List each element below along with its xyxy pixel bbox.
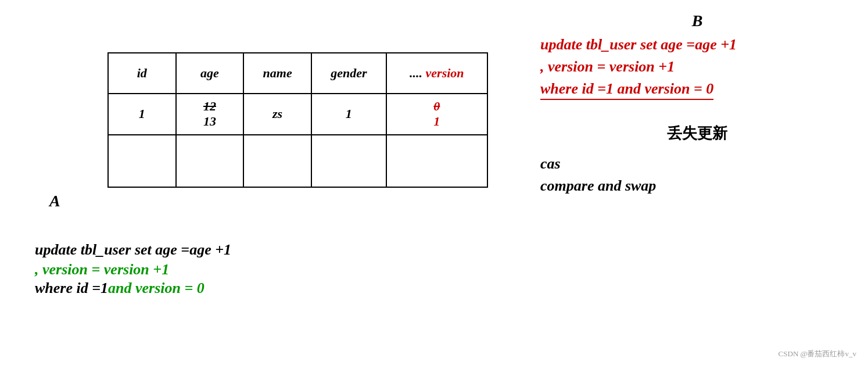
a-line3: where id =1and version = 0 xyxy=(35,280,511,297)
cell-empty-4 xyxy=(311,135,386,187)
cell-name: zs xyxy=(243,94,311,135)
header-gender: gender xyxy=(311,53,386,94)
header-name: name xyxy=(243,53,311,94)
bottom-text-a: update tbl_user set age =age +1 , versio… xyxy=(35,241,511,297)
database-table: id age name gender .... version 1 12 13 … xyxy=(107,52,488,188)
cell-age: 12 13 xyxy=(176,94,244,135)
b-line3-wrapper: where id =1 and version = 0 xyxy=(540,80,854,112)
cell-empty-3 xyxy=(243,135,311,187)
header-dots: .... version xyxy=(386,53,487,94)
csdn-watermark: CSDN @番茄西红柿v_v xyxy=(779,349,856,359)
a-line2: , version = version +1 xyxy=(35,261,511,278)
b-line2: , version = version +1 xyxy=(540,58,854,76)
compare-swap-text: compare and swap xyxy=(540,177,854,195)
label-b: B xyxy=(540,12,854,30)
right-section: B update tbl_user set age =age +1 , vers… xyxy=(540,12,854,195)
cell-id: 1 xyxy=(108,94,176,135)
header-id: id xyxy=(108,53,176,94)
b-line1: update tbl_user set age =age +1 xyxy=(540,36,854,53)
a-line1: update tbl_user set age =age +1 xyxy=(35,241,511,259)
cell-empty-2 xyxy=(176,135,244,187)
b-line3: where id =1 and version = 0 xyxy=(540,80,713,100)
label-a: A xyxy=(49,192,60,210)
cell-empty-1 xyxy=(108,135,176,187)
header-age: age xyxy=(176,53,244,94)
cas-text: cas xyxy=(540,155,854,173)
lost-update-text: 丢失更新 xyxy=(540,123,854,144)
cell-gender: 1 xyxy=(311,94,386,135)
cell-version: 0 1 xyxy=(386,94,487,135)
cell-empty-5 xyxy=(386,135,487,187)
